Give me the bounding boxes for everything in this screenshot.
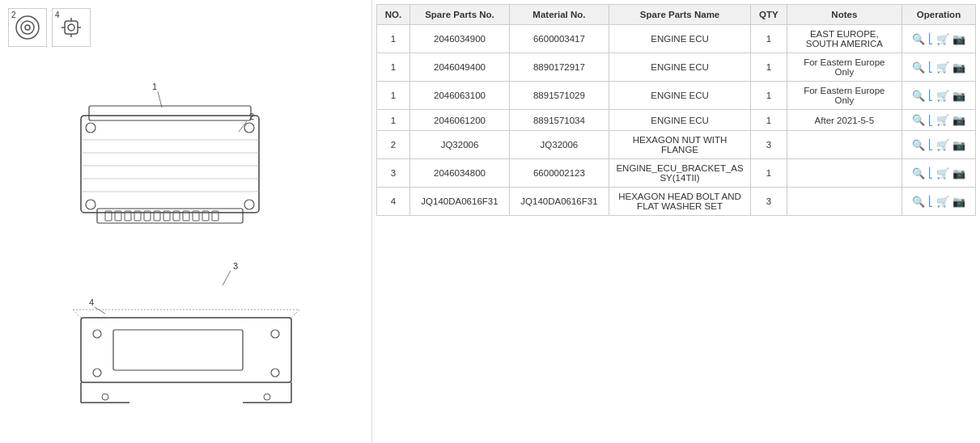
cell-spare-parts-no: 2046049400 [410, 53, 510, 82]
image-icon[interactable]: 📷 [952, 196, 965, 208]
right-panel[interactable]: NO. Spare Parts No. Material No. Spare P… [372, 0, 980, 443]
cell-name: HEXAGON HEAD BOLT AND FLAT WASHER SET [609, 188, 750, 216]
table-header-row: NO. Spare Parts No. Material No. Spare P… [377, 5, 976, 25]
filter-icon[interactable]: ⎣ [928, 33, 933, 44]
svg-point-50 [271, 369, 279, 377]
cell-operations: 🔍 ⎣ 🛒 📷 [902, 82, 976, 110]
search-icon[interactable]: 🔍 [912, 33, 925, 45]
cell-qty: 1 [751, 25, 787, 53]
parts-table: NO. Spare Parts No. Material No. Spare P… [376, 4, 976, 216]
col-notes: Notes [787, 5, 902, 25]
svg-point-4 [68, 24, 74, 31]
cell-material-no: 8891571034 [509, 110, 609, 131]
filter-icon[interactable]: ⎣ [928, 90, 933, 101]
thumbnail-1[interactable]: 2 [8, 8, 47, 47]
left-panel: 2 4 1 2 [0, 0, 372, 443]
cart-icon[interactable]: 🛒 [936, 90, 949, 102]
cell-operations: 🔍 ⎣ 🛒 📷 [902, 131, 976, 159]
bracket-diagram: 3 4 [32, 253, 340, 415]
cell-notes [787, 159, 902, 188]
search-icon[interactable]: 🔍 [912, 139, 925, 151]
cell-spare-parts-no: 2046034800 [410, 159, 510, 188]
svg-point-47 [93, 330, 101, 338]
cell-operations: 🔍 ⎣ 🛒 📷 [902, 53, 976, 82]
svg-rect-14 [89, 106, 251, 120]
cart-icon[interactable]: 🛒 [936, 139, 949, 151]
cell-material-no: 6600003417 [509, 25, 609, 53]
cell-notes: EAST EUROPE, SOUTH AMERICA [787, 25, 902, 53]
cell-material-no: 8890172917 [509, 53, 609, 82]
image-icon[interactable]: 📷 [952, 61, 965, 74]
cell-name: ENGINE_ECU_BRACKET_ASSY(14TII) [609, 159, 750, 188]
svg-point-28 [86, 123, 95, 133]
cart-icon[interactable]: 🛒 [936, 196, 949, 208]
cell-no: 1 [377, 82, 410, 110]
svg-text:3: 3 [233, 261, 238, 271]
cell-name: ENGINE ECU [609, 110, 750, 131]
svg-point-51 [102, 394, 108, 400]
svg-line-54 [291, 310, 299, 318]
svg-text:1: 1 [152, 82, 157, 91]
cart-icon[interactable]: 🛒 [936, 167, 949, 179]
cell-no: 1 [377, 53, 410, 82]
filter-icon[interactable]: ⎣ [928, 139, 933, 150]
cell-operations: 🔍 ⎣ 🛒 📷 [902, 159, 976, 188]
image-icon[interactable]: 📷 [952, 33, 965, 45]
filter-icon[interactable]: ⎣ [928, 167, 933, 179]
filter-icon[interactable]: ⎣ [928, 61, 933, 73]
col-spare-parts-no: Spare Parts No. [410, 5, 510, 25]
ecu-diagram: 1 2 [32, 75, 340, 245]
thumbnail-2[interactable]: 4 [52, 8, 91, 47]
search-icon[interactable]: 🔍 [912, 90, 925, 102]
svg-point-49 [271, 330, 279, 338]
table-row: 120460631008891571029ENGINE ECU1For East… [377, 82, 976, 110]
cell-material-no: 6600002123 [509, 159, 609, 188]
svg-point-31 [244, 200, 254, 209]
cell-qty: 3 [751, 131, 787, 159]
table-row: 4JQ140DA0616F31JQ140DA0616F31HEXAGON HEA… [377, 188, 976, 216]
svg-line-53 [73, 310, 81, 318]
search-icon[interactable]: 🔍 [912, 61, 925, 74]
image-icon[interactable]: 📷 [952, 90, 965, 102]
search-icon[interactable]: 🔍 [912, 167, 925, 179]
cell-spare-parts-no: 2046034900 [410, 25, 510, 53]
cell-notes [787, 131, 902, 159]
cell-no: 1 [377, 110, 410, 131]
thumb-label-2: 4 [55, 11, 60, 19]
cell-no: 4 [377, 188, 410, 216]
cell-no: 2 [377, 131, 410, 159]
cart-icon[interactable]: 🛒 [936, 33, 949, 45]
table-row: 320460348006600002123ENGINE_ECU_BRACKET_… [377, 159, 976, 188]
col-no: NO. [377, 5, 410, 25]
table-row: 120460612008891571034ENGINE ECU1After 20… [377, 110, 976, 131]
cell-operations: 🔍 ⎣ 🛒 📷 [902, 188, 976, 216]
svg-rect-41 [81, 318, 291, 382]
filter-icon[interactable]: ⎣ [928, 115, 933, 126]
svg-line-40 [95, 307, 105, 314]
svg-rect-13 [81, 116, 259, 213]
image-icon[interactable]: 📷 [952, 167, 965, 179]
search-icon[interactable]: 🔍 [912, 196, 925, 208]
image-icon[interactable]: 📷 [952, 139, 965, 151]
cell-name: ENGINE ECU [609, 25, 750, 53]
cell-spare-parts-no: 2046063100 [410, 82, 510, 110]
table-row: 2JQ32006JQ32006HEXAGON NUT WITH FLANGE3 … [377, 131, 976, 159]
svg-point-29 [244, 123, 254, 133]
svg-point-1 [21, 21, 34, 34]
svg-text:4: 4 [89, 297, 94, 307]
search-icon[interactable]: 🔍 [912, 114, 925, 126]
thumb-svg-2 [57, 13, 86, 42]
filter-icon[interactable]: ⎣ [928, 196, 933, 207]
cart-icon[interactable]: 🛒 [936, 114, 949, 126]
cell-qty: 1 [751, 82, 787, 110]
image-icon[interactable]: 📷 [952, 114, 965, 126]
svg-point-48 [93, 369, 101, 377]
svg-point-52 [264, 394, 270, 400]
cart-icon[interactable]: 🛒 [936, 61, 949, 74]
cell-notes: For Eastern Europe Only [787, 53, 902, 82]
cell-notes: For Eastern Europe Only [787, 82, 902, 110]
col-qty: QTY [751, 5, 787, 25]
cell-material-no: JQ140DA0616F31 [509, 188, 609, 216]
cell-qty: 1 [751, 159, 787, 188]
cell-name: HEXAGON NUT WITH FLANGE [609, 131, 750, 159]
